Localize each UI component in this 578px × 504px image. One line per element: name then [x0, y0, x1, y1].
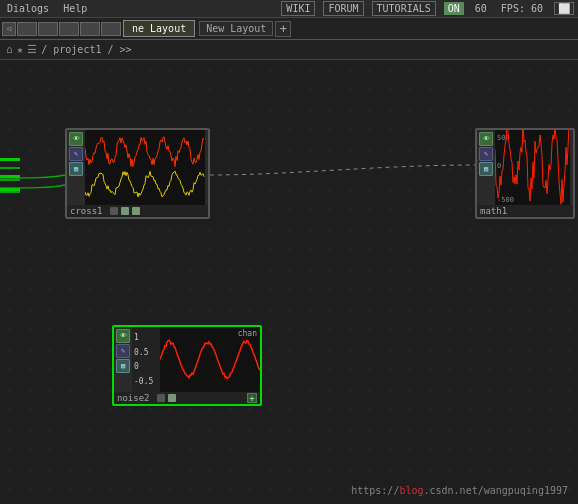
watermark-suffix: .csdn.net/wangpuqing1997	[424, 485, 569, 496]
cross1-label: cross1	[70, 206, 103, 216]
tab-ne-layout-label: ne Layout	[132, 23, 186, 34]
canvas-area[interactable]: 👁 ✎ ▤ cross1 👁 ✎ ▤	[0, 60, 578, 504]
noise2-val1: 1	[134, 333, 158, 342]
breadcrumb-path: / project1 / >>	[41, 44, 131, 55]
tab-nav-icons: ◁	[2, 22, 121, 36]
math1-body: 👁 ✎ ▤	[477, 130, 573, 205]
watermark: https://blog.csdn.net/wangpuqing1997	[351, 485, 568, 496]
menu-forum[interactable]: FORUM	[323, 1, 363, 16]
math1-left-buttons: 👁 ✎ ▤	[477, 130, 495, 205]
noise2-btn-viewer[interactable]: ▤	[116, 359, 130, 373]
noise2-btn-edit[interactable]: ✎	[116, 344, 130, 358]
noise2-add-btn[interactable]: +	[247, 393, 257, 403]
cross1-btn-eye[interactable]: 👁	[69, 132, 83, 146]
noise2-values: 1 0.5 0 -0.5	[132, 327, 160, 392]
home-icon[interactable]: ⌂	[6, 43, 13, 56]
cross1-body: 👁 ✎ ▤	[67, 130, 208, 205]
tab-seg5[interactable]	[101, 22, 121, 36]
watermark-prefix: https://	[351, 485, 399, 496]
tab-seg3[interactable]	[59, 22, 79, 36]
cross1-btn-viewer[interactable]: ▤	[69, 162, 83, 176]
noise2-body: 👁 ✎ ▤ 1 0.5 0 -0.5 chan	[114, 327, 260, 392]
math1-node: 👁 ✎ ▤ math1	[475, 128, 575, 219]
tab-bar: ◁ ne Layout New Layout +	[0, 18, 578, 40]
math1-btn-edit[interactable]: ✎	[479, 147, 493, 161]
menu-tutorials[interactable]: TUTORIALS	[372, 1, 436, 16]
menu-fps: FPS: 60	[498, 3, 546, 14]
noise2-dot1[interactable]	[157, 394, 165, 402]
left-connectors	[0, 150, 20, 195]
tab-seg2[interactable]	[38, 22, 58, 36]
menu-maximize[interactable]: ⬜	[554, 2, 574, 15]
watermark-highlight: blog	[399, 485, 423, 496]
wire-layer	[0, 60, 578, 504]
math1-btn-eye[interactable]: 👁	[479, 132, 493, 146]
math1-waveform	[495, 130, 570, 205]
noise2-btn-eye[interactable]: 👁	[116, 329, 130, 343]
noise2-dot2[interactable]	[168, 394, 176, 402]
noise2-bottom-bar: noise2 +	[114, 392, 260, 404]
noise2-waveform: chan	[160, 327, 260, 392]
cross1-waveform	[85, 130, 205, 205]
menu-fps-num: 60	[472, 3, 490, 14]
tab-prev[interactable]: ◁	[2, 22, 16, 36]
menu-wiki[interactable]: WIKI	[281, 1, 315, 16]
cross1-node: 👁 ✎ ▤ cross1	[65, 128, 210, 219]
noise2-left-buttons: 👁 ✎ ▤	[114, 327, 132, 392]
new-layout-button[interactable]: New Layout	[199, 21, 273, 36]
breadcrumb-bar: ⌂ ★ ☰ / project1 / >>	[0, 40, 578, 60]
cross1-dot3[interactable]	[132, 207, 140, 215]
noise2-label: noise2	[117, 393, 150, 403]
cross1-left-buttons: 👁 ✎ ▤	[67, 130, 85, 205]
noise2-val2: 0.5	[134, 348, 158, 357]
cross1-bottom-bar: cross1	[67, 205, 208, 217]
star-icon[interactable]: ★	[17, 43, 24, 56]
menu-dialogs[interactable]: Dialogs	[4, 3, 52, 14]
menu-help[interactable]: Help	[60, 3, 90, 14]
noise2-val4: -0.5	[134, 377, 158, 386]
menu-on[interactable]: ON	[444, 2, 464, 15]
noise2-node: 👁 ✎ ▤ 1 0.5 0 -0.5 chan noise2 +	[112, 325, 262, 406]
noise2-val3: 0	[134, 362, 158, 371]
noise2-chan-label: chan	[238, 329, 257, 338]
add-layout-button[interactable]: +	[275, 21, 291, 37]
cross1-dot1[interactable]	[110, 207, 118, 215]
cross1-btn-edit[interactable]: ✎	[69, 147, 83, 161]
tab-ne-layout[interactable]: ne Layout	[123, 20, 195, 37]
cross1-dot2[interactable]	[121, 207, 129, 215]
math1-label: math1	[480, 206, 507, 216]
tab-seg4[interactable]	[80, 22, 100, 36]
menu-bar: Dialogs Help WIKI FORUM TUTORIALS ON 60 …	[0, 0, 578, 18]
menu-icon[interactable]: ☰	[27, 43, 37, 56]
math1-bottom-bar: math1	[477, 205, 573, 217]
tab-seg1[interactable]	[17, 22, 37, 36]
math1-btn-viewer[interactable]: ▤	[479, 162, 493, 176]
